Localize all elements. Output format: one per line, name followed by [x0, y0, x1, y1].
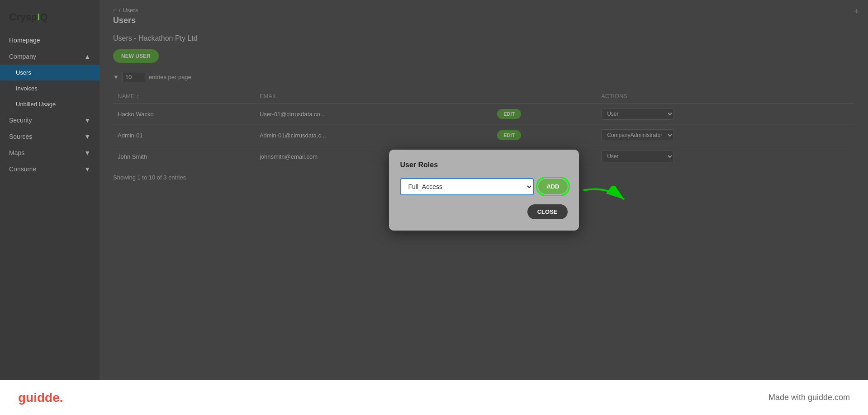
footer: guidde. Made with guidde.com	[0, 380, 868, 415]
footer-logo: guidde.	[18, 391, 63, 405]
sidebar-item-unbilled-usage[interactable]: Unbilled Usage	[0, 96, 100, 112]
sidebar-item-consume[interactable]: Consume ▼	[0, 161, 100, 177]
user-roles-modal: User Roles Full_Access User Admin Compan…	[389, 150, 579, 231]
modal-title: User Roles	[400, 161, 568, 169]
arrow-annotation	[579, 186, 633, 213]
logo: CryspIQ	[0, 5, 100, 32]
sidebar-item-security[interactable]: Security ▼	[0, 112, 100, 128]
logo-iq: Q	[40, 11, 47, 23]
sidebar-item-users[interactable]: Users	[0, 65, 100, 80]
sidebar-item-maps[interactable]: Maps ▼	[0, 145, 100, 161]
modal-role-dropdown[interactable]: Full_Access User Admin CompanyAdministra…	[400, 178, 534, 195]
logo-crys: Crysp	[9, 11, 37, 23]
modal-body: Full_Access User Admin CompanyAdministra…	[400, 178, 568, 195]
sidebar-item-sources[interactable]: Sources ▼	[0, 128, 100, 145]
add-button[interactable]: ADD	[538, 179, 567, 194]
sidebar-item-homepage[interactable]: Homepage	[0, 32, 100, 48]
chevron-down-icon: ▼	[84, 117, 90, 124]
sidebar: CryspIQ Homepage Company ▲ Users Invoice…	[0, 0, 100, 380]
main-content: + ⌂ / Users Users Users - Hackathon Pty …	[100, 0, 868, 380]
chevron-down-icon: ▼	[84, 133, 90, 140]
sidebar-nav: Homepage Company ▲ Users Invoices Unbill…	[0, 32, 100, 177]
modal-overlay: User Roles Full_Access User Admin Compan…	[100, 0, 868, 380]
chevron-down-icon: ▼	[84, 149, 90, 156]
chevron-down-icon: ▼	[84, 165, 90, 173]
chevron-up-icon: ▲	[84, 53, 90, 60]
modal-footer: CLOSE	[400, 204, 568, 219]
sidebar-item-company[interactable]: Company ▲	[0, 48, 100, 65]
footer-text: Made with guidde.com	[768, 393, 850, 402]
sidebar-item-invoices[interactable]: Invoices	[0, 80, 100, 96]
close-button[interactable]: CLOSE	[527, 204, 568, 219]
